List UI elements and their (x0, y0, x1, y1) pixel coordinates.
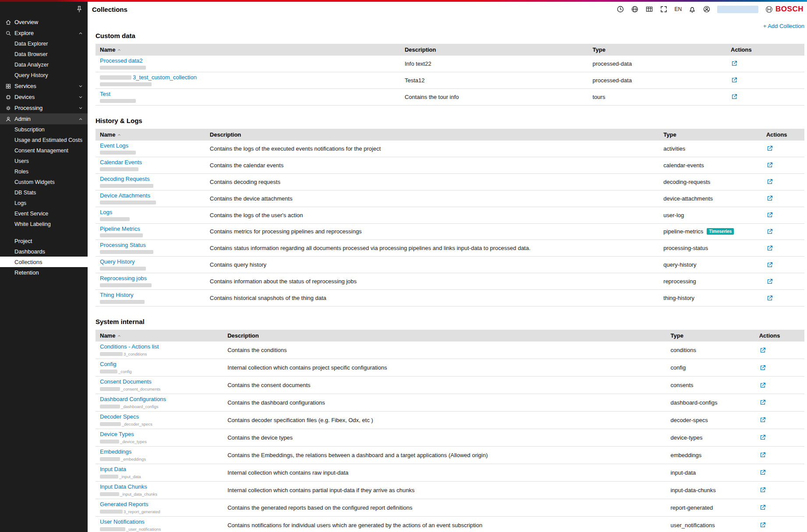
export-button[interactable] (766, 145, 773, 152)
collection-link[interactable]: Thing History (100, 292, 134, 299)
sidebar-item-project[interactable]: Project (0, 236, 88, 246)
collection-link[interactable]: Consent Documents (100, 379, 152, 385)
export-button[interactable] (759, 382, 766, 389)
collection-link[interactable]: 3_test_custom_collection (133, 74, 197, 81)
globe-button[interactable] (631, 5, 639, 13)
export-button[interactable] (766, 278, 773, 285)
table-row: Dashboard Configurations _dashboard_conf… (96, 394, 804, 412)
sidebar-item-roles[interactable]: Roles (0, 166, 88, 177)
collection-link[interactable]: Calendar Events (100, 159, 142, 166)
redacted-text (100, 250, 153, 254)
collection-link[interactable]: Input Data Chunks (100, 484, 147, 490)
collection-link[interactable]: Test (100, 91, 110, 98)
table-row: Embeddings _embeddings Contains the Embe… (96, 446, 804, 464)
collection-link[interactable]: Logs (100, 209, 112, 216)
export-button[interactable] (759, 521, 766, 528)
sidebar-item-usage-and-estimated-costs[interactable]: Usage and Estimated Costs (0, 135, 88, 145)
collection-link[interactable]: Device Types (100, 431, 134, 438)
collection-link[interactable]: Pipeline Metrics (100, 226, 140, 233)
export-button[interactable] (759, 451, 766, 458)
column-header-name[interactable]: Name (96, 44, 400, 56)
grid-view-button[interactable] (645, 5, 653, 13)
sidebar-item-explore[interactable]: Explore (0, 28, 88, 39)
export-button[interactable] (766, 195, 773, 202)
sidebar-item-event-service[interactable]: Event Service (0, 208, 88, 219)
sidebar-item-devices[interactable]: Devices (0, 92, 88, 102)
collection-link[interactable]: Processing Status (100, 242, 146, 249)
sidebar-item-services[interactable]: Services (0, 81, 88, 92)
sidebar-item-custom-widgets[interactable]: Custom Widgets (0, 177, 88, 187)
export-button[interactable] (759, 504, 766, 511)
export-button[interactable] (766, 295, 773, 302)
sidebar-item-data-browser[interactable]: Data Browser (0, 49, 88, 60)
sidebar-item-subscription[interactable]: Subscription (0, 124, 88, 135)
export-button[interactable] (766, 228, 773, 235)
export-icon (766, 261, 773, 268)
export-button[interactable] (766, 261, 773, 268)
sidebar-item-dashboards[interactable]: Dashboards (0, 246, 88, 257)
export-button[interactable] (731, 60, 738, 67)
collection-description: Contains historical snapshots of the thi… (205, 290, 659, 307)
sidebar-item-label: Overview (14, 19, 38, 25)
export-button[interactable] (766, 178, 773, 185)
sidebar-item-white-labeling[interactable]: White Labeling (0, 219, 88, 229)
export-button[interactable] (731, 77, 738, 84)
collection-description: Internal collection which contains parti… (223, 481, 666, 499)
export-button[interactable] (759, 469, 766, 476)
export-button[interactable] (759, 364, 766, 371)
table-row: User Notifications _user_notifications C… (96, 516, 804, 532)
column-header-name[interactable]: Name (96, 330, 223, 342)
sidebar-item-users[interactable]: Users (0, 156, 88, 166)
export-button[interactable] (759, 486, 766, 493)
collection-link[interactable]: User Notifications (100, 519, 145, 525)
sidebar-item-processing[interactable]: Processing (0, 102, 88, 113)
column-header-name[interactable]: Name (96, 129, 205, 141)
export-button[interactable] (766, 162, 773, 169)
sidebar-item-retention[interactable]: Retention (0, 267, 88, 278)
sidebar-item-overview[interactable]: Overview (0, 17, 88, 28)
export-button[interactable] (759, 399, 766, 406)
history-button[interactable] (616, 5, 624, 13)
notifications-button[interactable] (688, 5, 696, 13)
export-button[interactable] (759, 434, 766, 441)
collection-type: input-data-chunks (666, 481, 754, 499)
collection-link[interactable]: Decoding Requests (100, 176, 149, 183)
sidebar-item-data-analyzer[interactable]: Data Analyzer (0, 60, 88, 70)
export-button[interactable] (766, 211, 773, 218)
fullscreen-button[interactable] (660, 5, 668, 13)
collection-link[interactable]: Reprocessing jobs (100, 275, 147, 282)
sidebar-item-logs[interactable]: Logs (0, 198, 88, 208)
topbar: Collections EN BOSCH (88, 2, 807, 17)
collection-link[interactable]: Generated Reports (100, 501, 149, 508)
add-collection-link[interactable]: + Add Collection (763, 23, 804, 29)
account-button[interactable] (703, 5, 711, 13)
sidebar-item-query-history[interactable]: Query History (0, 70, 88, 81)
collection-link[interactable]: Decoder Specs (100, 414, 139, 420)
collection-link[interactable]: Processed data2 (100, 58, 143, 64)
collection-type: pipeline-metricsTimeseries (659, 223, 762, 240)
sidebar-item-collections[interactable]: Collections (0, 257, 88, 267)
collection-link[interactable]: Event Logs (100, 143, 128, 149)
column-header-actions: Actions (762, 129, 804, 141)
sidebar-item-db-stats[interactable]: DB Stats (0, 187, 88, 198)
sidebar-item-admin[interactable]: Admin (0, 113, 88, 124)
collection-link[interactable]: Query History (100, 259, 134, 265)
collection-link[interactable]: Conditions - Actions list (100, 344, 159, 350)
collection-link[interactable]: Dashboard Configurations (100, 396, 166, 403)
export-button[interactable] (759, 347, 766, 354)
collection-link[interactable]: Input Data (100, 466, 126, 473)
services-icon (5, 83, 11, 89)
sidebar-item-data-explorer[interactable]: Data Explorer (0, 39, 88, 49)
pin-sidebar-button[interactable] (75, 5, 83, 13)
collection-link[interactable]: Config (100, 361, 117, 368)
collection-link[interactable]: Embeddings (100, 449, 131, 455)
table-header-row: Name Description Type Actions (96, 129, 804, 141)
export-button[interactable] (731, 93, 738, 100)
export-button[interactable] (759, 416, 766, 423)
sidebar-item-consent-management[interactable]: Consent Management (0, 145, 88, 156)
language-selector[interactable]: EN (674, 6, 682, 12)
collection-description: Info text22 (400, 56, 588, 72)
export-button[interactable] (766, 245, 773, 252)
collection-link[interactable]: Device Attachments (100, 193, 150, 199)
collection-id-suffix: _device_types (120, 439, 147, 444)
